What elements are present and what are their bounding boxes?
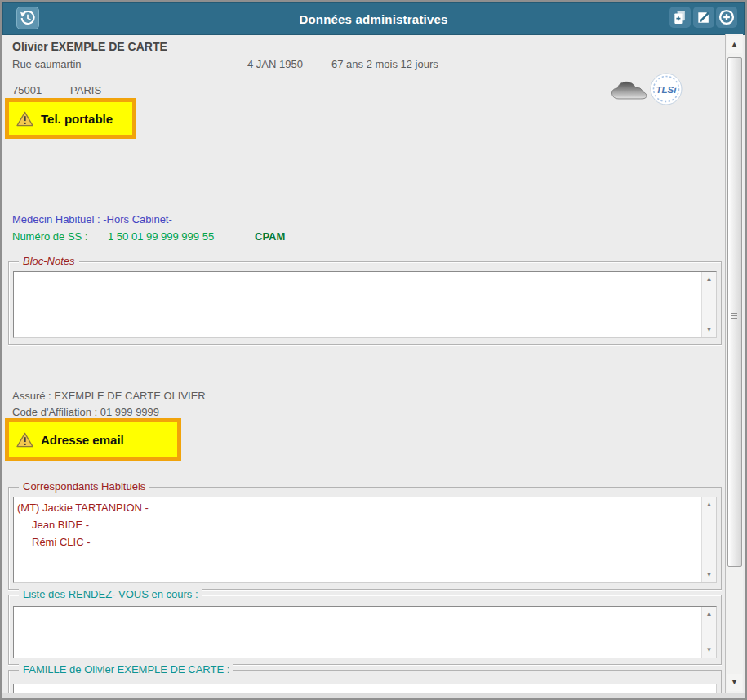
scroll-up-icon[interactable]: ▲ xyxy=(702,608,716,621)
tlsi-badge-text: TLSi xyxy=(656,85,678,95)
patient-name: Olivier EXEMPLE DE CARTE xyxy=(12,40,167,53)
list-item[interactable]: Jean BIDE - xyxy=(17,516,700,533)
patient-birth-date: 4 JAN 1950 xyxy=(247,58,303,70)
patient-city: PARIS xyxy=(70,84,101,96)
list-item[interactable]: Rémi CLIC - xyxy=(17,533,700,551)
new-document-button[interactable] xyxy=(669,7,691,28)
caisse-label: CPAM xyxy=(255,230,285,243)
rendez-vous-content xyxy=(17,609,700,656)
scroll-down-icon[interactable]: ▼ xyxy=(702,323,716,337)
bloc-notes-group: Bloc-Notes ▲ ▼ xyxy=(8,261,722,345)
patient-age: 67 ans 2 mois 12 jours xyxy=(331,58,438,70)
scrollbar-grip xyxy=(731,313,737,319)
title-bar: Données administratives xyxy=(2,2,745,35)
window-title: Données administratives xyxy=(299,12,447,26)
add-icon xyxy=(718,8,736,26)
rendez-vous-label: Liste des RENDEZ- VOUS en cours : xyxy=(19,588,202,600)
rendez-vous-scrollbar[interactable]: ▲ ▼ xyxy=(701,607,716,658)
correspondants-group: Correspondants Habituels (MT) Jackie TAR… xyxy=(8,487,722,590)
donnees-administratives-window: Données administratives xyxy=(0,0,747,700)
bloc-notes-scrollbar[interactable]: ▲ ▼ xyxy=(701,272,716,337)
bloc-notes-textarea[interactable]: ▲ ▼ xyxy=(13,271,717,338)
alert-tel-portable-label: Tel. portable xyxy=(41,112,113,126)
rendez-vous-group: Liste des RENDEZ- VOUS en cours : ▲ ▼ xyxy=(8,595,722,665)
correspondants-scrollbar[interactable]: ▲ ▼ xyxy=(701,497,716,582)
correspondants-label: Correspondants Habituels xyxy=(19,480,149,493)
tlsi-badge[interactable]: TLSi xyxy=(650,73,683,105)
main-scrollbar[interactable]: ▲ ▼ xyxy=(725,34,743,693)
alert-adresse-email-label: Adresse email xyxy=(41,433,124,447)
cloud-icon[interactable] xyxy=(611,79,648,102)
window-bottom-edge xyxy=(2,693,745,700)
warning-icon xyxy=(16,432,33,448)
bloc-notes-label: Bloc-Notes xyxy=(19,255,79,267)
warning-icon xyxy=(16,111,33,127)
scroll-up-icon[interactable]: ▲ xyxy=(702,498,716,511)
list-item[interactable]: (MT) Jackie TARTANPION - xyxy=(17,499,700,516)
bloc-notes-content xyxy=(17,274,700,336)
scroll-up-icon[interactable]: ▲ xyxy=(727,36,742,53)
scroll-up-icon[interactable]: ▲ xyxy=(702,273,716,286)
patient-postal-code: 75001 xyxy=(12,84,42,96)
scroll-down-icon[interactable]: ▼ xyxy=(727,674,742,691)
scroll-down-icon[interactable]: ▼ xyxy=(702,644,716,657)
edit-icon xyxy=(696,9,712,25)
famille-label: FAMILLE de Olivier EXEMPLE DE CARTE : xyxy=(19,663,233,675)
scrollbar-thumb[interactable] xyxy=(727,57,742,567)
alert-adresse-email[interactable]: Adresse email xyxy=(5,418,181,461)
edit-note-button[interactable] xyxy=(693,7,714,28)
rendez-vous-list[interactable]: ▲ ▼ xyxy=(13,606,717,658)
alert-tel-portable[interactable]: Tel. portable xyxy=(5,98,136,139)
medecin-habituel-line: Médecin Habituel : -Hors Cabinet- xyxy=(12,213,172,225)
numero-ss-label: Numéro de SS : xyxy=(12,230,88,243)
add-button[interactable] xyxy=(716,7,737,28)
new-document-icon xyxy=(672,9,688,25)
correspondants-list[interactable]: (MT) Jackie TARTANPION - Jean BIDE - Rém… xyxy=(13,497,717,583)
history-button[interactable] xyxy=(16,7,39,29)
history-icon xyxy=(19,9,37,27)
patient-address: Rue caumartin xyxy=(12,58,82,70)
scroll-down-icon[interactable]: ▼ xyxy=(702,568,716,582)
assure-line: Assuré : EXEMPLE DE CARTE OLIVIER xyxy=(12,390,206,402)
code-affiliation-line: Code d'Affiliation : 01 999 9999 xyxy=(12,406,159,418)
numero-ss-value: 1 50 01 99 999 999 55 xyxy=(108,230,214,243)
